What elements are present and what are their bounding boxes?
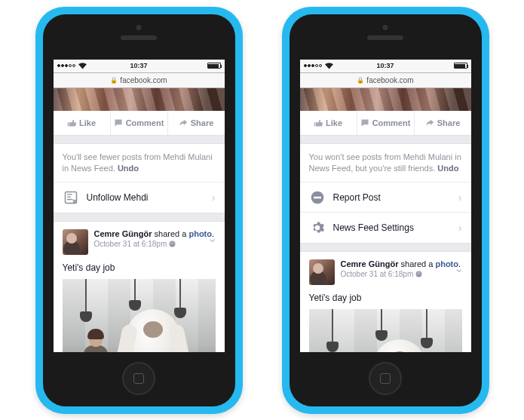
home-button[interactable]	[369, 362, 402, 395]
comment-label: Comment	[372, 118, 411, 127]
undo-link[interactable]: Undo	[118, 164, 139, 173]
privacy-icon	[169, 241, 176, 247]
unfollow-row[interactable]: Unfollow Mehdi ›	[54, 182, 225, 213]
battery-group	[207, 63, 221, 69]
phone-speaker	[367, 35, 403, 40]
chevron-down-icon[interactable]: ⌄	[207, 231, 217, 245]
comment-button[interactable]: Comment	[357, 111, 415, 135]
like-icon	[314, 118, 323, 127]
row-label: News Feed Settings	[333, 222, 414, 233]
phone-speaker	[121, 35, 157, 40]
action-bar: Like Comment Share	[300, 111, 471, 136]
home-button[interactable]	[122, 362, 155, 395]
chevron-right-icon: ›	[458, 222, 462, 234]
post-author[interactable]: Cemre Güngör	[341, 259, 399, 268]
wifi-icon	[78, 63, 87, 69]
battery-group	[454, 63, 467, 69]
share-icon	[425, 118, 434, 127]
screen: 10:37 🔒 facebook.com Like Comment	[54, 60, 225, 352]
notice-card: You'll see fewer posts from Mehdi Mulani…	[54, 143, 225, 214]
signal-wifi	[304, 63, 333, 69]
share-button[interactable]: Share	[168, 111, 225, 135]
row-label: Report Post	[333, 192, 381, 203]
report-row[interactable]: Report Post ›	[300, 182, 471, 213]
post-card: Cemre Güngör shared a photo. October 31 …	[54, 221, 225, 351]
like-button[interactable]: Like	[54, 111, 111, 135]
post-meta: Cemre Güngör shared a photo. October 31 …	[94, 229, 215, 255]
row-label: Unfollow Mehdi	[87, 192, 149, 203]
phone-right: 10:37 🔒 facebook.com Like Comment	[282, 7, 489, 414]
settings-row[interactable]: News Feed Settings ›	[300, 213, 471, 243]
phone-camera	[136, 25, 142, 30]
status-bar: 10:37	[54, 60, 225, 73]
comment-label: Comment	[126, 118, 164, 127]
cover-photo[interactable]	[54, 88, 225, 111]
url-text: facebook.com	[120, 76, 167, 84]
notice-text: You'll see fewer posts from Mehdi Mulani…	[54, 144, 225, 183]
photo-yeti	[127, 309, 179, 351]
post-verb: shared a	[152, 229, 189, 238]
settings-icon	[309, 219, 326, 236]
lock-icon: 🔒	[110, 77, 118, 84]
chevron-right-icon: ›	[212, 192, 216, 204]
share-label: Share	[437, 118, 461, 127]
screen: 10:37 🔒 facebook.com Like Comment	[300, 60, 471, 352]
comment-button[interactable]: Comment	[111, 111, 168, 135]
like-label: Like	[326, 118, 342, 127]
avatar[interactable]	[63, 229, 88, 255]
post-body: Yeti's day job	[300, 290, 471, 309]
url-text: facebook.com	[366, 76, 413, 84]
like-button[interactable]: Like	[300, 111, 357, 135]
unfollow-icon	[63, 189, 79, 206]
privacy-icon	[415, 271, 422, 277]
photo-yeti	[373, 339, 426, 351]
timestamp[interactable]: October 31 at 6:18pm	[341, 270, 414, 278]
action-bar: Like Comment Share	[54, 111, 225, 136]
photo-person	[84, 332, 108, 351]
avatar[interactable]	[309, 259, 335, 285]
notice-card: You won't see posts from Mehdi Mulani in…	[300, 143, 471, 244]
post-byline: Cemre Güngör shared a photo.	[341, 259, 461, 268]
lock-icon: 🔒	[357, 77, 364, 84]
phone-body: 10:37 🔒 facebook.com Like Comment	[43, 14, 235, 406]
comment-icon	[360, 118, 369, 127]
post-meta: Cemre Güngör shared a photo. October 31 …	[341, 259, 461, 285]
post-verb: shared a	[399, 259, 436, 268]
post-time: October 31 at 6:18pm	[341, 270, 461, 278]
post-author[interactable]: Cemre Güngör	[94, 229, 152, 238]
signal-icon	[57, 64, 75, 67]
like-label: Like	[79, 118, 96, 127]
phone-body: 10:37 🔒 facebook.com Like Comment	[290, 14, 482, 406]
post-header: Cemre Güngör shared a photo. October 31 …	[54, 222, 225, 259]
signal-wifi	[57, 63, 87, 69]
undo-link[interactable]: Undo	[437, 164, 458, 173]
wifi-icon	[325, 63, 333, 69]
timestamp[interactable]: October 31 at 6:18pm	[94, 240, 167, 248]
share-label: Share	[191, 118, 214, 127]
signal-icon	[304, 64, 322, 67]
chevron-down-icon[interactable]: ⌄	[454, 261, 464, 275]
url-bar[interactable]: 🔒 facebook.com	[54, 73, 225, 88]
share-button[interactable]: Share	[415, 111, 471, 135]
svg-rect-3	[314, 197, 321, 199]
battery-icon	[454, 63, 467, 69]
url-bar[interactable]: 🔒 facebook.com	[300, 73, 471, 88]
post-byline: Cemre Güngör shared a photo.	[94, 229, 215, 238]
report-icon	[309, 189, 326, 206]
post-photo[interactable]	[63, 279, 216, 351]
post-header: Cemre Güngör shared a photo. October 31 …	[300, 252, 471, 290]
share-icon	[179, 118, 188, 127]
phone-left: 10:37 🔒 facebook.com Like Comment	[35, 7, 243, 414]
clock: 10:37	[376, 62, 394, 69]
post-time: October 31 at 6:18pm	[94, 240, 215, 248]
svg-point-1	[170, 241, 176, 247]
post-body: Yeti's day job	[54, 259, 225, 279]
post-card: Cemre Güngör shared a photo. October 31 …	[300, 251, 471, 351]
chevron-right-icon: ›	[458, 192, 462, 204]
cover-photo[interactable]	[300, 88, 471, 111]
post-photo[interactable]	[309, 309, 462, 351]
clock: 10:37	[130, 62, 147, 69]
like-icon	[67, 118, 76, 127]
svg-point-4	[416, 271, 422, 277]
phone-camera	[383, 25, 388, 30]
